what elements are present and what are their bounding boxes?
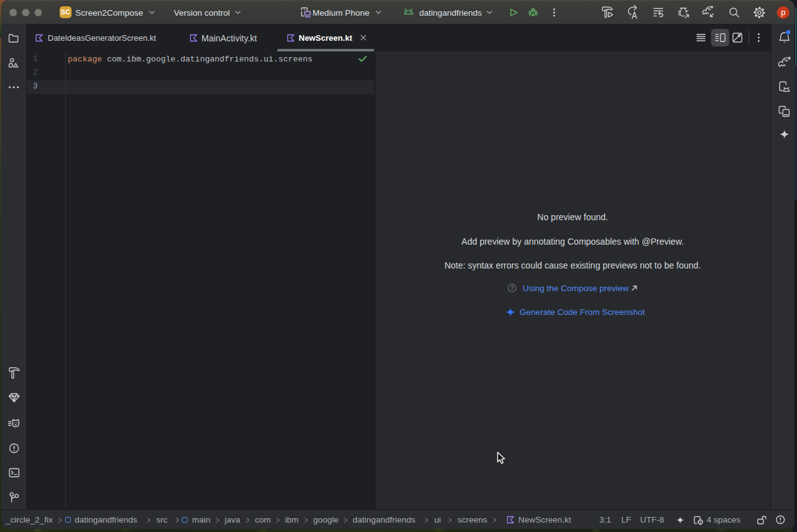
- svg-text:?: ?: [510, 285, 513, 291]
